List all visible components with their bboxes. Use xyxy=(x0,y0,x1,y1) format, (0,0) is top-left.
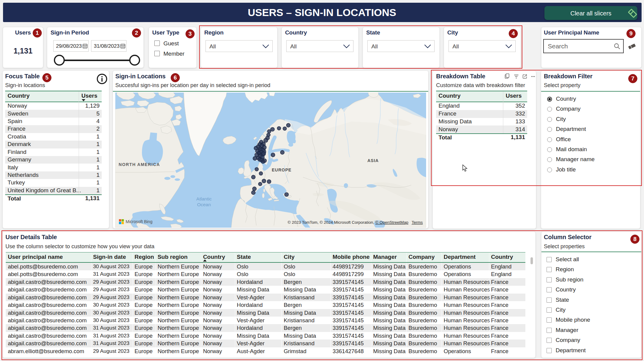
svg-text:Ocean: Ocean xyxy=(197,202,211,207)
svg-text:EUROPE: EUROPE xyxy=(272,167,291,172)
svg-text:© 2023 TomTom, © 2024 Microsof: © 2023 TomTom, © 2024 Microsoft Corporat… xyxy=(288,220,423,225)
svg-text:Atlantic: Atlantic xyxy=(196,196,212,201)
svg-text:Microsoft Bing: Microsoft Bing xyxy=(126,219,153,224)
svg-text:ASIA: ASIA xyxy=(367,158,379,163)
svg-text:NORTH AMERICA: NORTH AMERICA xyxy=(119,162,160,167)
